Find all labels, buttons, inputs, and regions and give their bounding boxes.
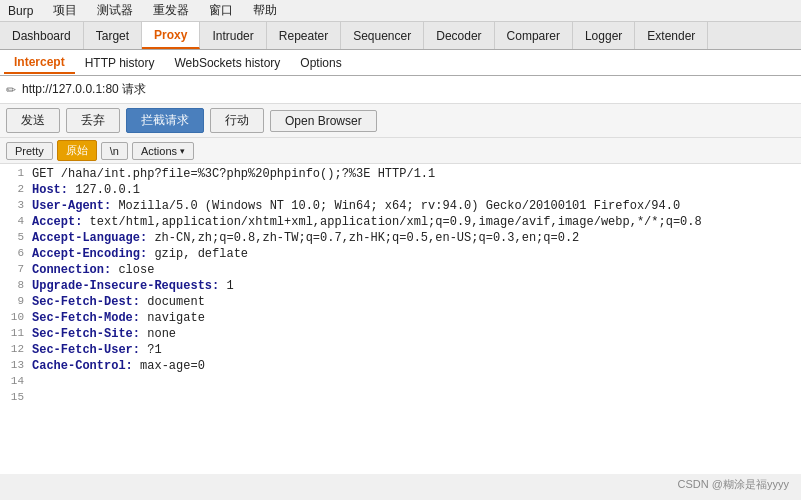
line-content: Host: 127.0.0.1 xyxy=(32,182,140,198)
raw-tab[interactable]: 原始 xyxy=(57,140,97,161)
line-content: Upgrade-Insecure-Requests: 1 xyxy=(32,278,234,294)
pretty-tab[interactable]: Pretty xyxy=(6,142,53,160)
line-content: Accept-Language: zh-CN,zh;q=0.8,zh-TW;q=… xyxy=(32,230,579,246)
line-number: 12 xyxy=(4,342,24,355)
line-content: User-Agent: Mozilla/5.0 (Windows NT 10.0… xyxy=(32,198,680,214)
code-line: 6Accept-Encoding: gzip, deflate xyxy=(0,246,801,262)
line-number: 14 xyxy=(4,374,24,387)
editor-toolbar: Pretty 原始 \n Actions ▾ xyxy=(0,138,801,164)
line-number: 1 xyxy=(4,166,24,179)
main-content: Intercept HTTP history WebSockets histor… xyxy=(0,50,801,474)
line-number: 15 xyxy=(4,390,24,403)
line-number: 2 xyxy=(4,182,24,195)
tab-extender[interactable]: Extender xyxy=(635,22,708,49)
line-content: Cache-Control: max-age=0 xyxy=(32,358,205,374)
code-area[interactable]: 1GET /haha/int.php?file=%3C?php%20phpinf… xyxy=(0,164,801,474)
line-number: 4 xyxy=(4,214,24,227)
line-number: 3 xyxy=(4,198,24,211)
tab-repeater[interactable]: Repeater xyxy=(267,22,341,49)
code-line: 15 xyxy=(0,390,801,406)
menu-project[interactable]: 项目 xyxy=(49,1,81,20)
tab-target[interactable]: Target xyxy=(84,22,142,49)
line-number: 13 xyxy=(4,358,24,371)
action-button[interactable]: 行动 xyxy=(210,108,264,133)
intercept-button[interactable]: 拦截请求 xyxy=(126,108,204,133)
code-line: 10Sec-Fetch-Mode: navigate xyxy=(0,310,801,326)
tab-comparer[interactable]: Comparer xyxy=(495,22,573,49)
line-content: GET /haha/int.php?file=%3C?php%20phpinfo… xyxy=(32,166,435,182)
code-line: 8Upgrade-Insecure-Requests: 1 xyxy=(0,278,801,294)
line-content: Sec-Fetch-Site: none xyxy=(32,326,176,342)
tab-sequencer[interactable]: Sequencer xyxy=(341,22,424,49)
line-number: 8 xyxy=(4,278,24,291)
code-line: 2Host: 127.0.0.1 xyxy=(0,182,801,198)
code-line: 11Sec-Fetch-Site: none xyxy=(0,326,801,342)
line-number: 10 xyxy=(4,310,24,323)
chevron-down-icon: ▾ xyxy=(180,146,185,156)
url-text: http://127.0.0.1:80 请求 xyxy=(22,81,146,98)
line-number: 6 xyxy=(4,246,24,259)
code-line: 3User-Agent: Mozilla/5.0 (Windows NT 10.… xyxy=(0,198,801,214)
editor-wrapper: Pretty 原始 \n Actions ▾ 1GET /haha/int.ph… xyxy=(0,138,801,474)
line-number: 5 xyxy=(4,230,24,243)
menu-burp[interactable]: Burp xyxy=(4,3,37,19)
discard-button[interactable]: 丢弃 xyxy=(66,108,120,133)
tab-proxy[interactable]: Proxy xyxy=(142,22,200,49)
line-content: Sec-Fetch-Dest: document xyxy=(32,294,205,310)
actions-label: Actions xyxy=(141,145,177,157)
watermark: CSDN @糊涂是福yyyy xyxy=(678,477,789,492)
code-line: 14 xyxy=(0,374,801,390)
subtab-websockets[interactable]: WebSockets history xyxy=(164,53,290,73)
action-buttons-row: 发送 丢弃 拦截请求 行动 Open Browser xyxy=(0,104,801,138)
line-number: 9 xyxy=(4,294,24,307)
line-content: Sec-Fetch-User: ?1 xyxy=(32,342,162,358)
line-content: Accept: text/html,application/xhtml+xml,… xyxy=(32,214,702,230)
edit-icon: ✏ xyxy=(6,83,16,97)
code-line: 1GET /haha/int.php?file=%3C?php%20phpinf… xyxy=(0,166,801,182)
code-line: 12Sec-Fetch-User: ?1 xyxy=(0,342,801,358)
sub-tabs: Intercept HTTP history WebSockets histor… xyxy=(0,50,801,76)
subtab-http-history[interactable]: HTTP history xyxy=(75,53,165,73)
menu-window[interactable]: 窗口 xyxy=(205,1,237,20)
open-browser-button[interactable]: Open Browser xyxy=(270,110,377,132)
subtab-options[interactable]: Options xyxy=(290,53,351,73)
menu-tester[interactable]: 测试器 xyxy=(93,1,137,20)
line-content: Sec-Fetch-Mode: navigate xyxy=(32,310,205,326)
menu-resender[interactable]: 重发器 xyxy=(149,1,193,20)
line-number: 11 xyxy=(4,326,24,339)
code-line: 9Sec-Fetch-Dest: document xyxy=(0,294,801,310)
line-number: 7 xyxy=(4,262,24,275)
code-line: 4Accept: text/html,application/xhtml+xml… xyxy=(0,214,801,230)
menubar: Burp 项目 测试器 重发器 窗口 帮助 xyxy=(0,0,801,22)
code-line: 5Accept-Language: zh-CN,zh;q=0.8,zh-TW;q… xyxy=(0,230,801,246)
tab-logger[interactable]: Logger xyxy=(573,22,635,49)
subtab-intercept[interactable]: Intercept xyxy=(4,52,75,74)
tab-dashboard[interactable]: Dashboard xyxy=(0,22,84,49)
send-button[interactable]: 发送 xyxy=(6,108,60,133)
tab-decoder[interactable]: Decoder xyxy=(424,22,494,49)
line-content: Accept-Encoding: gzip, deflate xyxy=(32,246,248,262)
code-line: 13Cache-Control: max-age=0 xyxy=(0,358,801,374)
url-bar: ✏ http://127.0.0.1:80 请求 xyxy=(0,76,801,104)
actions-dropdown[interactable]: Actions ▾ xyxy=(132,142,194,160)
menu-help[interactable]: 帮助 xyxy=(249,1,281,20)
main-tabs: Dashboard Target Proxy Intruder Repeater… xyxy=(0,22,801,50)
line-content: Connection: close xyxy=(32,262,154,278)
code-line: 7Connection: close xyxy=(0,262,801,278)
newline-tab[interactable]: \n xyxy=(101,142,128,160)
tab-intruder[interactable]: Intruder xyxy=(200,22,266,49)
